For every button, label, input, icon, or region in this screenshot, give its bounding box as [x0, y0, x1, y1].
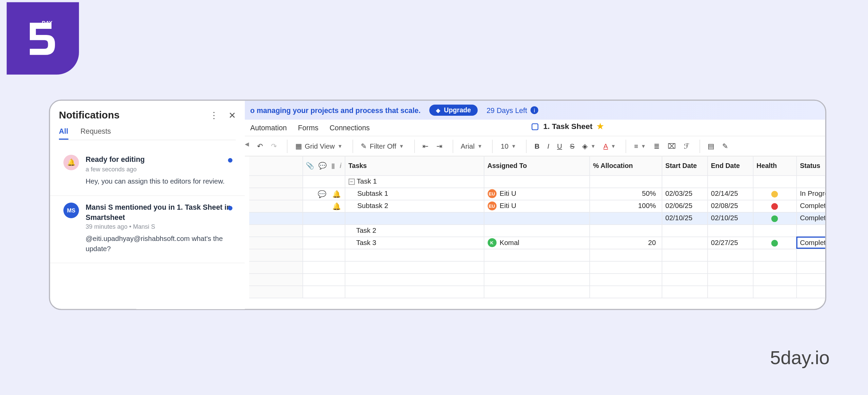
cell-allocation[interactable] [589, 285, 662, 298]
cell-health[interactable] [753, 200, 796, 212]
cell-assigned[interactable] [484, 273, 590, 285]
table-row[interactable]: 💬🔔Subtask 1EUEiti U50%02/03/2502/14/25In… [249, 188, 825, 200]
more-icon[interactable]: ⋮ [210, 110, 218, 121]
highlight-button[interactable]: ✎ [719, 140, 732, 152]
star-icon[interactable]: ★ [597, 122, 604, 131]
col-health[interactable]: Health [753, 156, 796, 175]
cell-assigned[interactable] [484, 285, 590, 298]
cell-end-date[interactable]: 02/27/25 [707, 237, 753, 249]
cell-assigned[interactable]: EUEiti U [484, 188, 590, 200]
cell-end-date[interactable]: 02/10/25 [707, 212, 753, 224]
fill-color-button[interactable]: ◈▼ [579, 140, 599, 152]
menu-connections[interactable]: Connections [330, 124, 370, 132]
cell-start-date[interactable]: 02/03/25 [662, 188, 707, 200]
row-number[interactable] [249, 200, 302, 212]
table-row[interactable] [249, 249, 825, 261]
cell-assigned[interactable]: EUEiti U [484, 200, 590, 212]
font-select[interactable]: Arial ▼ [457, 140, 486, 152]
cell-start-date[interactable] [662, 285, 707, 298]
grid-view-button[interactable]: ▦ Grid View ▼ [292, 140, 346, 152]
cell-allocation[interactable] [589, 261, 662, 273]
sheet-title[interactable]: ▢ 1. Task Sheet ★ [531, 121, 604, 132]
cell-task[interactable] [345, 212, 484, 224]
outdent-button[interactable]: ⇤ [419, 140, 432, 152]
menu-forms[interactable]: Forms [298, 124, 318, 132]
cell-status[interactable] [796, 249, 825, 261]
cell-assigned[interactable]: KKomal [484, 237, 590, 249]
cell-status[interactable]: In Progress [796, 188, 825, 200]
cell-status[interactable] [796, 175, 825, 188]
cell-status[interactable] [796, 273, 825, 285]
col-tasks[interactable]: Tasks [345, 156, 484, 175]
cell-health[interactable] [753, 261, 796, 273]
text-color-button[interactable]: A▼ [600, 140, 619, 152]
table-row[interactable]: Task 2 [249, 224, 825, 237]
row-number[interactable] [249, 249, 302, 261]
row-number[interactable] [249, 237, 302, 249]
table-row[interactable] [249, 261, 825, 273]
redo-button[interactable]: ↷ [268, 140, 280, 152]
cell-status[interactable]: Complete▾ [796, 237, 825, 249]
italic-button[interactable]: I [544, 140, 552, 152]
cell-end-date[interactable]: 02/08/25 [707, 200, 753, 212]
cell-task[interactable]: Subtask 2 [345, 200, 484, 212]
cell-status[interactable] [796, 224, 825, 237]
collapse-caret-icon[interactable]: ◀ [245, 141, 249, 147]
bold-button[interactable]: B [531, 140, 543, 152]
cell-status[interactable] [796, 285, 825, 298]
row-number[interactable] [249, 261, 302, 273]
col-alloc[interactable]: % Allocation [589, 156, 662, 175]
table-row[interactable]: Task 3KKomal2002/27/25Complete▾ [249, 237, 825, 249]
cell-task[interactable]: Task 2 [345, 224, 484, 237]
cell-status[interactable]: Complete [796, 212, 825, 224]
format-painter-button[interactable]: ℱ [680, 140, 693, 152]
cell-allocation[interactable]: 20 [589, 237, 662, 249]
table-row[interactable]: 02/10/2502/10/25Complete [249, 212, 825, 224]
row-number[interactable] [249, 188, 302, 200]
cell-start-date[interactable] [662, 224, 707, 237]
cell-status[interactable]: Complete [796, 200, 825, 212]
cell-start-date[interactable] [662, 261, 707, 273]
cell-end-date[interactable] [707, 224, 753, 237]
undo-button[interactable]: ↶ [254, 140, 267, 152]
cell-allocation[interactable]: 100% [589, 200, 662, 212]
underline-button[interactable]: U [554, 140, 565, 152]
cell-health[interactable] [753, 285, 796, 298]
cell-task[interactable] [345, 285, 484, 298]
row-number[interactable] [249, 273, 302, 285]
reminder-bell-icon[interactable]: 🔔 [332, 202, 341, 210]
cell-health[interactable] [753, 273, 796, 285]
cell-task[interactable] [345, 261, 484, 273]
comment-icon[interactable]: 💬 [318, 189, 327, 198]
collapse-toggle-icon[interactable]: − [348, 178, 354, 185]
cell-health[interactable] [753, 212, 796, 224]
cell-end-date[interactable] [707, 261, 753, 273]
clear-format-button[interactable]: ⌧ [664, 140, 679, 152]
cell-health[interactable] [753, 249, 796, 261]
strike-button[interactable]: S [567, 140, 578, 152]
col-status[interactable]: Status [796, 156, 825, 175]
cell-end-date[interactable] [707, 175, 753, 188]
cell-start-date[interactable] [662, 175, 707, 188]
grid[interactable]: 📎 💬 ▮ i Tasks Assigned To % Allocation S… [249, 156, 825, 309]
tab-all[interactable]: All [59, 127, 68, 140]
cell-assigned[interactable] [484, 224, 590, 237]
col-end[interactable]: End Date [707, 156, 753, 175]
cell-assigned[interactable] [484, 212, 590, 224]
cell-health[interactable] [753, 188, 796, 200]
menu-automation[interactable]: Automation [250, 124, 287, 132]
cell-start-date[interactable] [662, 249, 707, 261]
cell-health[interactable] [753, 175, 796, 188]
table-row[interactable]: −Task 1 [249, 175, 825, 188]
font-size-select[interactable]: 10 ▼ [497, 140, 519, 152]
cell-health[interactable] [753, 224, 796, 237]
cell-start-date[interactable] [662, 237, 707, 249]
table-row[interactable] [249, 285, 825, 298]
col-start[interactable]: Start Date [662, 156, 707, 175]
row-number[interactable] [249, 285, 302, 298]
cell-assigned[interactable] [484, 249, 590, 261]
cell-allocation[interactable] [589, 212, 662, 224]
cell-allocation[interactable]: 50% [589, 188, 662, 200]
cell-start-date[interactable] [662, 273, 707, 285]
tab-requests[interactable]: Requests [80, 127, 111, 140]
